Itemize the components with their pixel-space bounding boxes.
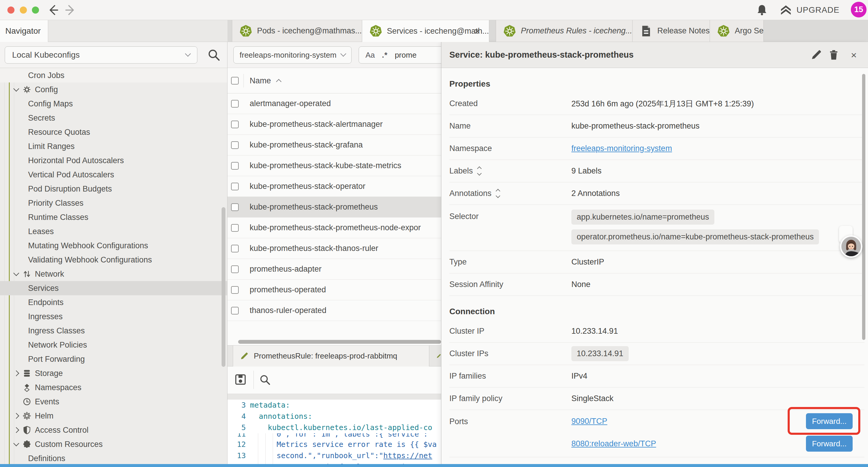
row-checkbox[interactable] [231,286,239,294]
tab-close-icon[interactable]: × [471,25,483,37]
detail-scrollbar-thumb[interactable] [862,74,865,340]
forward-button[interactable]: Forward... [806,413,852,429]
tree-item[interactable]: Access Control [0,423,227,437]
tab[interactable]: Pods - icecheng@mathmas... [232,20,362,42]
tab[interactable]: Release Notes [632,20,710,42]
tree-item[interactable]: Limit Ranges [0,139,227,153]
tree-expand-chevron-icon[interactable] [13,270,19,276]
tree-item[interactable]: Pod Disruption Budgets [0,182,227,196]
assistant-avatar[interactable] [840,235,862,258]
filter-input[interactable]: Aa .* prome [359,47,441,63]
service-row[interactable]: kube-prometheus-stack-prometheus-node-ex… [227,217,441,238]
editor-line: 13 second.","runbook_url":"https://net [227,450,441,461]
tab-type-icon [239,25,252,37]
tree-item[interactable]: Network Policies [0,338,227,352]
tree-item[interactable]: Network [0,267,227,281]
tree-item[interactable]: Storage [0,366,227,380]
edit-pencil-icon[interactable] [810,49,822,61]
tree-item[interactable]: Config Maps [0,97,227,111]
service-row[interactable]: kube-prometheus-stack-operator [227,176,441,197]
service-row[interactable]: kube-prometheus-stack-kube-state-metrics [227,155,441,176]
service-row[interactable]: kube-prometheus-stack-thanos-ruler [227,238,441,259]
tab[interactable]: Services - icecheng@math... × [362,20,490,42]
traffic-light-maximize[interactable] [32,6,39,13]
tree-item[interactable]: Endpoints [0,295,227,310]
close-icon[interactable]: × [848,49,860,61]
tree-item[interactable]: Port Forwarding [0,352,227,366]
tab[interactable]: Prometheus Rules - icecheng... [496,20,632,42]
row-checkbox[interactable] [231,265,239,273]
tree-item[interactable]: Definitions [0,451,227,466]
row-checkbox[interactable] [231,162,239,170]
tree-item[interactable]: Secrets [0,111,227,125]
select-all-checkbox[interactable] [231,77,239,85]
back-arrow-icon[interactable] [47,4,59,16]
regex-toggle[interactable]: .* [382,51,388,60]
tree-expand-chevron-icon[interactable] [13,427,19,433]
upgrade-button[interactable]: UPGRADE [779,3,839,17]
forward-button[interactable]: Forward... [806,436,852,451]
match-case-toggle[interactable]: Aa [366,51,375,60]
tree-expand-chevron-icon[interactable] [13,440,19,446]
service-row[interactable]: kube-prometheus-stack-grafana [227,135,441,155]
kubeconfig-selector[interactable]: Local Kubeconfigs [5,47,197,63]
traffic-light-close[interactable] [7,6,14,13]
service-row[interactable]: kube-prometheus-stack-alertmanager [227,114,441,135]
tree-item[interactable]: Cron Jobs [0,68,227,83]
service-row[interactable]: kube-prometheus-stack-prometheus [227,197,441,217]
tree-item[interactable]: Validating Webhook Configurations [0,253,227,267]
service-row[interactable]: prometheus-adapter [227,259,441,280]
editor-tab[interactable]: PrometheusRule: freeleaps-prod-rabbitmq [233,346,429,367]
yaml-editor[interactable]: 3 metadata: 4 annotations: 5 kubectl.kub… [227,400,441,467]
editor-search-icon[interactable] [259,374,271,386]
horizontal-scrollbar-thumb[interactable] [238,340,441,344]
tree-expand-chevron-icon[interactable] [13,370,19,376]
tree-item[interactable]: Mutating Webhook Configurations [0,238,227,253]
row-checkbox[interactable] [231,121,239,128]
delete-trash-icon[interactable] [828,49,840,61]
tree-item[interactable]: Ingresses [0,310,227,324]
tree-item[interactable]: Leases [0,224,227,238]
tab[interactable]: Argo Se [710,20,764,42]
sidebar-scrollbar-thumb[interactable] [222,207,225,367]
save-icon[interactable] [234,373,247,386]
row-checkbox[interactable] [231,203,239,211]
service-row[interactable]: alertmanager-operated [227,93,441,114]
notifications-bell-icon[interactable] [756,4,768,17]
row-checkbox[interactable] [231,100,239,108]
row-checkbox[interactable] [231,224,239,232]
sort-toggle-icon[interactable] [478,167,481,175]
tree-item[interactable]: Custom Resources [0,437,227,451]
editor-tab-next[interactable] [430,346,441,367]
service-row[interactable]: prometheus-operated [227,280,441,300]
forward-arrow-icon[interactable] [64,4,76,16]
tree-item[interactable]: Helm [0,409,227,423]
tree-item[interactable]: Horizontal Pod Autoscalers [0,153,227,168]
row-checkbox[interactable] [231,141,239,149]
sidebar-search-icon[interactable] [207,48,221,62]
tree-item[interactable]: Events [0,395,227,409]
tree-item[interactable]: Resource Quotas [0,125,227,139]
tree-item[interactable]: Ingress Classes [0,324,227,338]
row-checkbox[interactable] [231,183,239,191]
sort-toggle-icon[interactable] [496,189,500,198]
edit-pencil-icon [240,352,248,360]
namespace-selector[interactable]: freeleaps-monitoring-system [234,47,351,63]
port-link[interactable]: 8080:reloader-web/TCP [571,439,656,448]
tree-item[interactable]: Services [0,281,227,295]
tree-expand-chevron-icon[interactable] [13,86,19,92]
tree-expand-chevron-icon[interactable] [13,413,19,419]
tree-item[interactable]: Vertical Pod Autoscalers [0,168,227,182]
row-checkbox[interactable] [231,245,239,253]
tree-item[interactable]: Runtime Classes [0,210,227,224]
row-checkbox[interactable] [231,307,239,315]
navigator-panel-tab[interactable]: Navigator [0,20,48,42]
port-link[interactable]: 9090/TCP [571,417,608,426]
name-column-header[interactable]: Name [250,68,281,93]
tree-item[interactable]: Namespaces [0,380,227,395]
tree-item[interactable]: Priority Classes [0,196,227,210]
tree-item[interactable]: Config [0,83,227,97]
notification-count-badge[interactable]: 15 [851,2,867,18]
service-row[interactable]: thanos-ruler-operated [227,300,441,321]
traffic-light-minimize[interactable] [20,6,27,13]
